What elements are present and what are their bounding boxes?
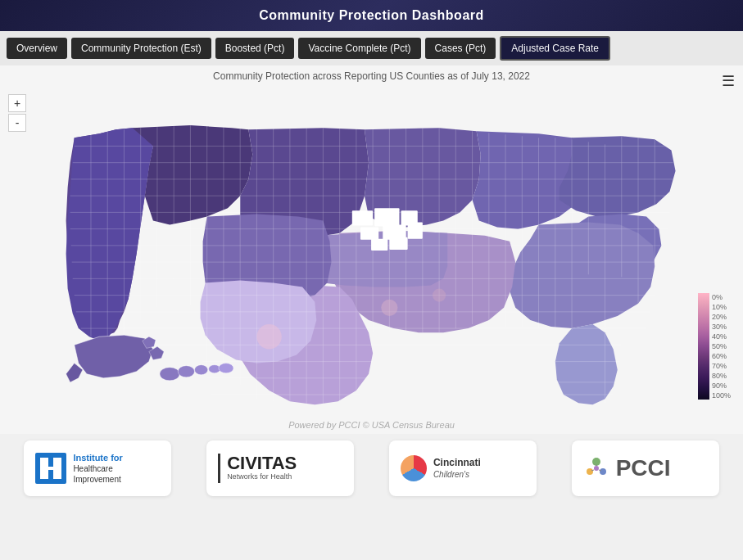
svg-rect-3 bbox=[374, 208, 399, 226]
zoom-controls: + - bbox=[8, 94, 26, 132]
svg-rect-8 bbox=[371, 239, 387, 251]
svg-point-67 bbox=[209, 365, 220, 373]
legend-label-4: 40% bbox=[712, 332, 731, 341]
legend-label-7: 70% bbox=[712, 362, 731, 370]
svg-point-68 bbox=[219, 364, 233, 373]
page-header: Community Protection Dashboard bbox=[0, 0, 743, 31]
page-title: Community Protection Dashboard bbox=[259, 8, 484, 22]
nav-tabs-bar: Overview Community Protection (Est) Boos… bbox=[0, 31, 743, 65]
svg-point-76 bbox=[587, 468, 593, 475]
map-container: Community Protection across Reporting US… bbox=[0, 65, 743, 434]
legend-label-5: 50% bbox=[712, 342, 731, 350]
legend-label-3: 30% bbox=[712, 323, 731, 331]
map-subtitle: Community Protection across Reporting US… bbox=[0, 65, 743, 84]
pcci-logo-card: PCCI bbox=[572, 440, 719, 496]
svg-rect-9 bbox=[389, 237, 407, 250]
tab-community-protection[interactable]: Community Protection (Est) bbox=[71, 38, 211, 59]
legend-color-bar bbox=[698, 293, 709, 400]
svg-point-78 bbox=[594, 466, 599, 471]
tab-cases[interactable]: Cases (Pct) bbox=[425, 38, 496, 59]
svg-point-66 bbox=[195, 365, 208, 375]
footer-logos: Institute for Healthcare Improvement CIV… bbox=[0, 434, 743, 503]
zoom-in-button[interactable]: + bbox=[8, 94, 26, 112]
legend-label-9: 90% bbox=[712, 382, 731, 390]
svg-point-69 bbox=[256, 324, 281, 349]
civitas-logo-card: CIVITAS Networks for Health bbox=[206, 440, 354, 496]
civitas-text: CIVITAS Networks for Health bbox=[227, 454, 297, 482]
map-legend: 0% 10% 20% 30% 40% 50% 60% 70% 80% 90% 1… bbox=[698, 293, 731, 401]
legend-label-10: 100% bbox=[712, 391, 731, 400]
civitas-divider bbox=[218, 454, 220, 483]
menu-icon[interactable]: ☰ bbox=[722, 72, 735, 90]
zoom-out-button[interactable]: - bbox=[8, 114, 26, 132]
svg-rect-74 bbox=[40, 467, 61, 470]
powered-by-text: Powered by PCCI © USA Census Bureau bbox=[288, 420, 455, 430]
tab-overview[interactable]: Overview bbox=[7, 38, 67, 59]
legend-label-1: 10% bbox=[712, 303, 731, 311]
svg-point-65 bbox=[178, 366, 194, 377]
legend-label-6: 60% bbox=[712, 352, 731, 360]
tab-vaccine-complete[interactable]: Vaccine Complete (Pct) bbox=[298, 38, 420, 59]
legend-label-2: 20% bbox=[712, 313, 731, 321]
legend-labels: 0% 10% 20% 30% 40% 50% 60% 70% 80% 90% 1… bbox=[709, 293, 731, 400]
pcci-icon bbox=[583, 455, 609, 481]
cincinnati-logo-card: Cincinnati Children's bbox=[389, 440, 537, 496]
legend-label-0: 0% bbox=[712, 293, 731, 301]
ihi-logo-card: Institute for Healthcare Improvement bbox=[24, 440, 171, 496]
us-map[interactable] bbox=[25, 86, 704, 422]
cincinnati-icon bbox=[401, 455, 427, 481]
svg-point-70 bbox=[381, 300, 397, 316]
tab-adjusted-case-rate[interactable]: Adjusted Case Rate bbox=[500, 36, 610, 61]
svg-rect-2 bbox=[352, 210, 373, 225]
svg-point-77 bbox=[600, 468, 606, 475]
svg-rect-7 bbox=[408, 223, 423, 239]
legend-label-8: 80% bbox=[712, 372, 731, 380]
cincinnati-text: Cincinnati Children's bbox=[433, 457, 481, 481]
pcci-text: PCCI bbox=[616, 457, 671, 480]
ihi-icon bbox=[35, 453, 66, 484]
tab-boosted[interactable]: Boosted (Pct) bbox=[215, 38, 295, 59]
svg-point-71 bbox=[433, 289, 446, 302]
ihi-text: Institute for Healthcare Improvement bbox=[73, 452, 123, 485]
svg-rect-5 bbox=[360, 228, 378, 240]
svg-point-64 bbox=[160, 368, 179, 381]
